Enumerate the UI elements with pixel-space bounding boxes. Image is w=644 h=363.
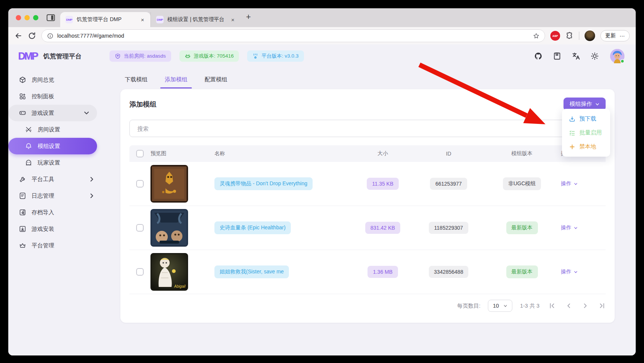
sidebar-item-platform-management[interactable]: 平台管理 <box>8 237 102 254</box>
header-id: ID <box>412 151 485 157</box>
mod-size-badge: 1.36 MB <box>368 266 398 278</box>
sidebar-label: 存档导入 <box>32 209 96 216</box>
tab-download-mods[interactable]: 下载模组 <box>125 76 147 88</box>
sidebar-item-log-management[interactable]: 日志管理 <box>8 188 102 204</box>
import-icon <box>19 209 26 216</box>
sidebar-item-game-install[interactable]: 游戏安装 <box>8 221 102 237</box>
mod-name-badge[interactable]: 史诗血量条 (Epic Healthbar) <box>214 221 291 234</box>
app-logo: DMP <box>18 50 37 62</box>
browser-tab-inactive[interactable]: DMP 模组设置 | 饥荒管理平台 × <box>150 12 241 27</box>
mod-name-badge[interactable]: 灵魂携带物品 - Don't Drop Everything <box>214 177 313 190</box>
browser-menu-icon[interactable]: ··· <box>620 33 625 39</box>
sidebar-label: 平台管理 <box>32 242 96 249</box>
sidebar-item-save-import[interactable]: 存档导入 <box>8 204 102 221</box>
page-info-icon[interactable] <box>47 33 53 39</box>
row-checkbox[interactable] <box>136 224 144 232</box>
close-window-button[interactable] <box>16 15 21 20</box>
tab-overview-icon[interactable] <box>47 14 55 21</box>
url-text[interactable]: localhost:7777/#/game/mod <box>57 33 529 39</box>
sidebar-label: 游戏设置 <box>32 110 77 117</box>
mod-preview-image <box>150 165 188 203</box>
menu-item-predownload[interactable]: 预下载 <box>562 112 610 126</box>
ghost-icon <box>25 159 32 166</box>
sidebar-item-room-settings[interactable]: 房间设置 <box>8 121 102 138</box>
zoom-window-button[interactable] <box>33 15 38 20</box>
docs-book-icon[interactable] <box>553 52 561 60</box>
chevron-down-icon <box>574 270 578 274</box>
mod-preview-image: Abigail <box>150 253 188 291</box>
theme-sun-icon[interactable] <box>591 52 599 60</box>
menu-item-label: 批量启用 <box>579 129 602 136</box>
current-room-badge: 当前房间: asdasds <box>109 50 171 62</box>
sidebar-item-mod-settings[interactable]: 模组设置 <box>8 138 97 154</box>
tab-add-mods[interactable]: 添加模组 <box>165 76 187 88</box>
mod-image-caption: Abigail <box>174 284 186 288</box>
row-checkbox[interactable] <box>136 268 144 276</box>
mod-name-badge[interactable]: 姐姐救救我(Sister, save me <box>214 265 289 278</box>
platform-version-label: 平台版本: v3.0.3 <box>261 53 298 59</box>
menu-item-label: 禁本地 <box>579 143 596 150</box>
sidebar-item-platform-tools[interactable]: 平台工具 <box>8 171 102 188</box>
sidebar-label: 房间总览 <box>32 76 96 84</box>
sidebar-item-control-panel[interactable]: 控制面板 <box>8 88 102 105</box>
search-input[interactable] <box>129 120 606 137</box>
user-avatar[interactable] <box>610 49 624 63</box>
milestone-icon <box>252 53 258 59</box>
sidebar: 房间总览 控制面板 游戏设置 房间设置 <box>8 68 102 355</box>
prev-page-icon[interactable] <box>565 302 573 310</box>
next-page-icon[interactable] <box>582 302 589 310</box>
first-page-icon[interactable] <box>548 302 556 310</box>
menu-item-disable-local[interactable]: 禁本地 <box>562 140 610 154</box>
app-body: 房间总览 控制面板 游戏设置 房间设置 <box>8 68 636 355</box>
wrench-icon <box>19 175 26 183</box>
tab-configure-mods[interactable]: 配置模组 <box>205 76 227 88</box>
url-bar[interactable]: localhost:7777/#/game/mod <box>41 29 545 42</box>
extensions-puzzle-icon[interactable] <box>565 32 574 40</box>
table-row: 灵魂携带物品 - Don't Drop Everything 11.35 KB … <box>129 162 606 206</box>
table-row: 史诗血量条 (Epic Healthbar) 831.42 KB 1185229… <box>129 206 606 250</box>
row-checkbox[interactable] <box>136 180 144 188</box>
browser-profile-avatar[interactable] <box>585 31 595 41</box>
tab-close-icon[interactable]: × <box>139 17 146 23</box>
adblock-extension-icon[interactable]: ABP <box>550 31 560 41</box>
gamepad-icon <box>19 109 26 117</box>
language-icon[interactable] <box>572 52 580 60</box>
tab-close-icon[interactable]: × <box>229 17 236 23</box>
download-icon <box>569 116 576 122</box>
back-icon[interactable] <box>14 32 23 40</box>
sidebar-label: 房间设置 <box>38 126 96 133</box>
sidebar-item-room-overview[interactable]: 房间总览 <box>8 72 102 88</box>
github-icon[interactable] <box>534 52 542 60</box>
browser-tab-active[interactable]: DMP 饥荒管理平台 DMP × <box>60 12 150 27</box>
table-header-row: 预览图 名称 大小 ID 模组版本 操作 <box>129 145 606 162</box>
chevron-down-icon <box>83 109 90 117</box>
per-page-value: 10 <box>493 303 499 309</box>
row-action-button[interactable]: 操作 <box>561 268 578 275</box>
mods-table: 预览图 名称 大小 ID 模组版本 操作 <box>129 145 606 294</box>
header-badges: 当前房间: asdasds 游戏版本: 705416 平台版本: v3.0.3 <box>109 50 304 62</box>
mod-version-badge: 最新版本 <box>506 265 538 278</box>
new-tab-button[interactable]: + <box>246 12 251 22</box>
last-page-icon[interactable] <box>598 302 606 310</box>
select-all-checkbox[interactable] <box>136 150 144 157</box>
mod-preview-image <box>150 209 188 247</box>
minimize-window-button[interactable] <box>24 15 30 20</box>
chevron-down-icon <box>574 182 578 186</box>
sidebar-item-player-settings[interactable]: 玩家设置 <box>8 154 102 171</box>
browser-update-button[interactable]: 更新 ··· <box>600 30 630 41</box>
app-title: 饥荒管理平台 <box>43 52 82 61</box>
menu-item-batch-enable[interactable]: 批量启用 <box>562 126 610 140</box>
row-action-button[interactable]: 操作 <box>561 224 578 231</box>
row-action-button[interactable]: 操作 <box>561 180 578 187</box>
swords-icon <box>25 126 32 133</box>
platform-version-badge: 平台版本: v3.0.3 <box>247 50 304 62</box>
log-file-icon <box>19 192 26 200</box>
card-header: 添加模组 模组操作 <box>129 98 606 111</box>
sidebar-item-game-settings[interactable]: 游戏设置 <box>8 105 97 121</box>
chevron-down-icon <box>595 102 600 107</box>
bookmark-star-icon[interactable] <box>533 33 539 39</box>
page-title: 添加模组 <box>129 100 156 109</box>
reload-icon[interactable] <box>28 32 36 40</box>
header-preview: 预览图 <box>150 150 214 157</box>
per-page-select[interactable]: 10 <box>488 300 512 312</box>
